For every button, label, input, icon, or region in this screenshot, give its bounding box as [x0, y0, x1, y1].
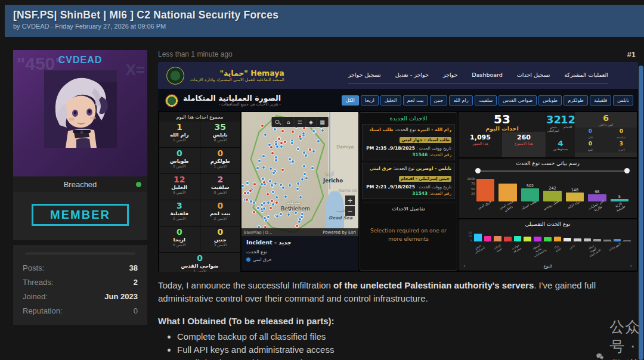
- filter-button-10[interactable]: قلقيلية: [590, 95, 611, 105]
- map-marker[interactable]: [283, 140, 287, 144]
- nav-link-3[interactable]: حواجز: [443, 72, 458, 78]
- bar[interactable]: [476, 179, 494, 201]
- detail-bar[interactable]: [534, 237, 541, 241]
- map-marker[interactable]: [249, 200, 253, 203]
- search-icon[interactable]: [272, 117, 283, 127]
- map-marker[interactable]: [280, 141, 283, 145]
- detail-bar[interactable]: [524, 237, 531, 241]
- filter-button-5[interactable]: رام الله: [449, 95, 472, 105]
- detail-bar[interactable]: [574, 238, 581, 241]
- map-marker[interactable]: [258, 159, 261, 163]
- map-marker[interactable]: [262, 181, 266, 184]
- map-marker[interactable]: [304, 154, 308, 157]
- embedded-dashboard-screenshot[interactable]: Hemaya "حماية" المنصة التفاعلية للعمل ال…: [158, 62, 638, 272]
- map-marker[interactable]: [269, 167, 273, 170]
- map-marker[interactable]: [270, 145, 273, 149]
- legend-icon[interactable]: ☰: [295, 117, 306, 127]
- map-marker[interactable]: [317, 139, 320, 143]
- filter-button-11[interactable]: نابلس: [613, 95, 633, 105]
- map-marker[interactable]: [274, 182, 277, 185]
- nav-link-0[interactable]: العمليات المشتركة: [564, 72, 608, 78]
- filter-button-0[interactable]: الكل: [342, 95, 359, 105]
- detail-bar[interactable]: [474, 234, 482, 241]
- map-marker[interactable]: [253, 182, 256, 186]
- map-marker[interactable]: [280, 145, 283, 148]
- map-marker[interactable]: [270, 199, 274, 203]
- filter-button-7[interactable]: ضواحي القدس: [499, 95, 537, 105]
- nav-link-5[interactable]: تسجيل حواجز: [348, 72, 381, 78]
- incident-map[interactable]: ⌂☰◈▦ Damiya أريحا Jericho Name All بيت ل…: [242, 112, 358, 236]
- map-marker[interactable]: [301, 178, 304, 181]
- map-marker[interactable]: [296, 187, 299, 191]
- incident-type-option[interactable]: خرق امني: [246, 257, 354, 262]
- nav-link-1[interactable]: تسجيل احداث: [517, 72, 550, 78]
- detail-bar[interactable]: [623, 240, 631, 241]
- map-marker[interactable]: [312, 129, 315, 133]
- detail-bar[interactable]: [494, 236, 501, 241]
- filter-button-9[interactable]: طولكرم: [564, 95, 588, 105]
- basemap-grid-icon[interactable]: ▦: [317, 117, 329, 127]
- map-marker[interactable]: [299, 195, 302, 199]
- page-scrollbar[interactable]: [639, 66, 643, 360]
- slider-handle-left[interactable]: [475, 168, 481, 173]
- detail-bar[interactable]: [504, 237, 512, 241]
- detail-bar[interactable]: [584, 238, 592, 241]
- detail-bar[interactable]: [593, 239, 601, 241]
- map-marker[interactable]: [288, 184, 292, 187]
- nav-link-2[interactable]: Dashboard: [472, 72, 503, 78]
- avatar[interactable]: [44, 70, 117, 148]
- map-marker[interactable]: [308, 148, 312, 151]
- slider-handle-right[interactable]: [624, 168, 630, 173]
- filter-button-2[interactable]: الخليل: [380, 95, 401, 105]
- event-card-1[interactable]: نابلس - اوصرين نوع الحدث: خرق امنيجيش إس…: [362, 163, 455, 199]
- map-marker[interactable]: [295, 224, 299, 228]
- post-number-link[interactable]: #1: [627, 50, 636, 59]
- username[interactable]: CVDEAD: [13, 55, 147, 66]
- map-marker[interactable]: [262, 154, 265, 158]
- map-marker[interactable]: [246, 181, 249, 185]
- map-marker[interactable]: [321, 129, 324, 132]
- map-marker[interactable]: [300, 215, 304, 219]
- map-marker[interactable]: [291, 160, 295, 163]
- filter-button-8[interactable]: طوباس: [538, 95, 562, 105]
- bar[interactable]: [499, 184, 516, 201]
- detail-bar[interactable]: [564, 238, 571, 241]
- map-marker[interactable]: [269, 206, 273, 210]
- detail-bar[interactable]: [484, 236, 492, 241]
- basemap-label[interactable]: BaseMap | O…: [244, 230, 272, 235]
- filter-button-3[interactable]: بيت لحم: [403, 95, 428, 105]
- filter-button-4[interactable]: جنين: [430, 95, 448, 105]
- map-marker[interactable]: [298, 135, 302, 138]
- map-marker[interactable]: [277, 137, 281, 141]
- map-marker[interactable]: [264, 133, 267, 136]
- map-marker[interactable]: [263, 216, 267, 220]
- map-marker[interactable]: [268, 179, 272, 183]
- detail-bar[interactable]: [603, 240, 611, 241]
- map-marker[interactable]: [281, 129, 284, 133]
- map-marker[interactable]: [272, 171, 275, 175]
- map-marker[interactable]: [243, 191, 247, 195]
- map-marker[interactable]: [298, 220, 301, 224]
- event-card-0[interactable]: رام الله - البيرة نوع الحدث: طلب اسنادطل…: [362, 124, 455, 160]
- map-marker[interactable]: [256, 206, 260, 210]
- map-marker[interactable]: [275, 201, 278, 204]
- map-marker[interactable]: [275, 195, 278, 199]
- map-marker[interactable]: [303, 172, 306, 176]
- map-marker[interactable]: [270, 184, 274, 187]
- map-marker[interactable]: [312, 150, 315, 153]
- detail-bar[interactable]: [514, 236, 522, 241]
- zoom-out-button[interactable]: −: [345, 206, 355, 216]
- nav-link-4[interactable]: حواجز - تعديل: [395, 72, 429, 78]
- filter-button-1[interactable]: اريحا: [361, 95, 379, 105]
- zoom-in-button[interactable]: +: [345, 195, 355, 205]
- map-marker[interactable]: [290, 141, 294, 145]
- filter-button-6[interactable]: سلفيت: [475, 95, 497, 105]
- map-marker[interactable]: [305, 176, 308, 180]
- map-marker[interactable]: [261, 124, 264, 128]
- detail-bar[interactable]: [554, 237, 562, 241]
- map-marker[interactable]: [266, 193, 270, 196]
- map-marker[interactable]: [271, 151, 274, 155]
- home-icon[interactable]: ⌂: [283, 117, 295, 127]
- detail-bar[interactable]: [614, 239, 621, 241]
- map-marker[interactable]: [267, 201, 270, 204]
